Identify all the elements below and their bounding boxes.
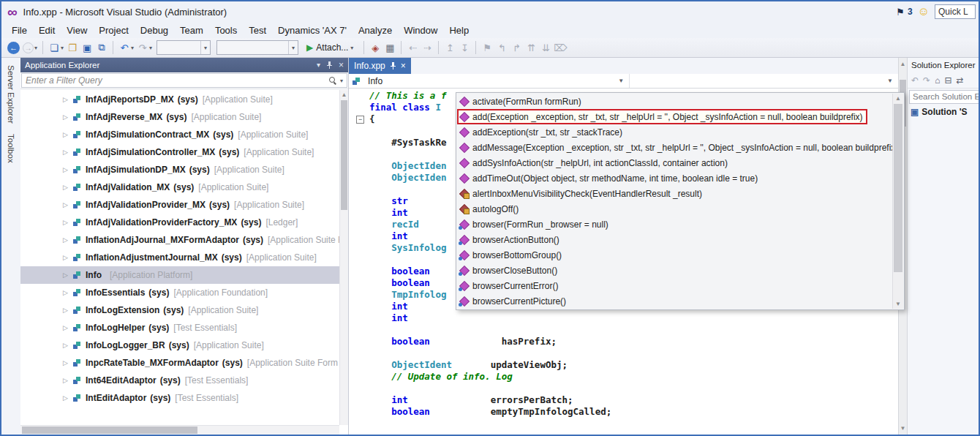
expand-arrow-icon[interactable]: ▷ <box>63 149 72 156</box>
menu-item[interactable]: Help <box>443 23 475 37</box>
attach-button[interactable]: ▶ Attach... ▾ <box>303 40 358 55</box>
expand-arrow-icon[interactable]: ▷ <box>63 184 72 191</box>
tree-item[interactable]: ▷ InfAdjSimulationController_MX (sys) [A… <box>20 143 348 161</box>
tree-item[interactable]: ▷ InfAdjSimulationContract_MX (sys) [App… <box>20 126 348 143</box>
completion-scrollbar[interactable]: ▲ ▼ <box>892 94 903 309</box>
tree-item[interactable]: ▷ InfoEssentials (sys) [Application Foun… <box>20 284 348 301</box>
expand-arrow-icon[interactable]: ▷ <box>63 377 72 384</box>
solution-search-input[interactable] <box>909 90 979 104</box>
scroll-up-icon[interactable]: ▲ <box>893 94 903 103</box>
chevron-down-icon[interactable]: ▾ <box>340 78 343 84</box>
expand-arrow-icon[interactable]: ▷ <box>63 96 72 103</box>
menu-item[interactable]: Project <box>93 23 134 37</box>
window-position-icon[interactable]: ▾ <box>317 61 320 69</box>
menu-item[interactable]: File <box>6 23 33 37</box>
member-dropdown[interactable]: ▼ <box>630 74 898 88</box>
completion-item[interactable]: browserBottomGroup() <box>457 247 892 263</box>
tree-item[interactable]: ▷ InflationAdjJournal_MXFormAdaptor (sys… <box>20 231 348 249</box>
tree-item[interactable]: ▷ InfoLogLogger_BR (sys) [Application Su… <box>20 337 348 354</box>
pin-icon[interactable] <box>326 61 333 69</box>
tree-item[interactable]: ▷ InfAdjValidationProviderFactory_MX (sy… <box>20 214 348 231</box>
menu-item[interactable]: Edit <box>33 23 61 37</box>
scroll-down-icon[interactable]: ▼ <box>893 299 903 309</box>
expand-arrow-icon[interactable]: ▷ <box>63 359 72 367</box>
grid-icon[interactable]: ▦ <box>382 40 397 55</box>
expand-arrow-icon[interactable]: ▷ <box>63 131 72 138</box>
expand-arrow-icon[interactable]: ▷ <box>63 289 72 296</box>
close-icon[interactable]: × <box>401 61 406 70</box>
pin-icon[interactable] <box>390 62 396 69</box>
prev-bookmark-icon[interactable]: ↰ <box>494 40 509 55</box>
scroll-down-icon[interactable]: ▼ <box>899 424 907 433</box>
solution-root-item[interactable]: ▣ Solution 'S <box>908 105 979 119</box>
menu-item[interactable]: Tools <box>209 23 243 37</box>
dropdown-caret-icon[interactable]: ▾ <box>61 45 64 51</box>
completion-item[interactable]: addException(str _txt, str _stackTrace) <box>457 124 892 140</box>
process-icon[interactable]: ◈ <box>368 40 382 55</box>
tree-item[interactable]: ▷ IntEditAdaptor (sys) [Test Essentials] <box>20 389 348 407</box>
tree-item[interactable]: ▷ InfoLogHelper (sys) [Test Essentials] <box>20 319 348 337</box>
collapse-region-icon[interactable]: − <box>356 116 364 124</box>
tree-item[interactable]: ▷ InfAdjReverse_MX (sys) [Application Su… <box>20 108 348 126</box>
scrollbar-thumb[interactable] <box>894 104 902 272</box>
expand-arrow-icon[interactable]: ▷ <box>63 166 72 173</box>
completion-item[interactable]: addTimeOut(Object object, str methodName… <box>457 170 892 186</box>
sync-icon[interactable]: ⇄ <box>956 75 963 86</box>
type-dropdown[interactable]: Info ▼ <box>349 74 630 88</box>
solution-platforms-dropdown[interactable]: ▾ <box>216 40 298 55</box>
feedback-smiley-icon[interactable]: ☺ <box>918 6 930 18</box>
tree-item[interactable]: ▷ InfAdjReportsDP_MX (sys) [Application … <box>20 91 348 108</box>
tree-item[interactable]: ▷ Int64EditAdaptor (sys) [Test Essential… <box>20 372 348 389</box>
navigate-forward-icon[interactable]: → <box>23 42 34 53</box>
completion-item[interactable]: browserActionButton() <box>457 232 892 247</box>
expand-arrow-icon[interactable]: ▷ <box>63 394 72 402</box>
completion-item[interactable]: browserCurrentPicture() <box>457 293 892 309</box>
tree-item[interactable]: ▷ InpcRateTable_MXFormAdaptor (sys) [App… <box>20 354 348 372</box>
navigate-forward-icon[interactable]: ↷ <box>923 75 930 86</box>
chevron-down-icon[interactable]: ▼ <box>887 78 895 84</box>
open-file-icon[interactable]: ❐ <box>65 40 80 55</box>
tab-info-xpp[interactable]: Info.xpp × <box>349 58 411 74</box>
completion-item[interactable]: addSysInfoAction(str _helpUrl, int actio… <box>457 155 892 170</box>
menu-item[interactable]: Debug <box>135 23 174 37</box>
home-icon[interactable]: ⌂ <box>935 75 940 86</box>
new-file-icon[interactable]: ❏ <box>47 40 61 55</box>
shift-right-icon[interactable]: ⇢ <box>420 40 434 55</box>
toggle-bookmark-icon[interactable]: ⚑ <box>480 40 494 55</box>
completion-item[interactable]: add(Exception _exception, str _txt, str … <box>457 109 867 124</box>
completion-item[interactable]: activate(FormRun formRun) <box>457 94 892 109</box>
expand-arrow-icon[interactable]: ▷ <box>63 271 72 279</box>
completion-item[interactable]: browserCloseButton() <box>457 263 892 278</box>
quick-launch-input[interactable] <box>935 4 976 19</box>
scrollbar-thumb[interactable] <box>22 426 197 434</box>
menu-item[interactable]: Analyze <box>353 23 398 37</box>
save-all-icon[interactable]: ⧉ <box>94 40 109 55</box>
collapse-all-icon[interactable]: ⊟ <box>944 75 951 86</box>
notifications-flag-icon[interactable]: ⚑ <box>896 7 905 18</box>
application-tree[interactable]: ▷ InfAdjReportsDP_MX (sys) [Application … <box>20 89 348 435</box>
navigate-back-icon[interactable]: ← <box>7 42 20 54</box>
completion-item[interactable]: browser(FormRun _browser = null) <box>457 217 892 232</box>
tree-item[interactable]: ▷ InfAdjValidation_MX (sys) [Application… <box>20 178 348 196</box>
completion-item[interactable]: browserCurrentError() <box>457 278 892 293</box>
tree-item[interactable]: ▷ InflationAdjustmentJournal_MX (sys) [A… <box>20 249 348 266</box>
expand-arrow-icon[interactable]: ▷ <box>63 324 72 331</box>
save-icon[interactable]: ▣ <box>80 40 94 55</box>
scroll-up-icon[interactable]: ▲ <box>899 59 907 69</box>
chevron-down-icon[interactable]: ▼ <box>618 78 626 84</box>
side-tab-toolbox[interactable]: Toolbox <box>7 134 15 163</box>
menu-item[interactable]: Dynamics 'AX 7' <box>272 23 353 37</box>
navigate-back-icon[interactable]: ↶ <box>911 75 919 86</box>
expand-arrow-icon[interactable]: ▷ <box>63 254 72 261</box>
menu-item[interactable]: Team <box>174 23 209 37</box>
menu-item[interactable]: Window <box>398 23 443 37</box>
expand-arrow-icon[interactable]: ▷ <box>63 201 72 208</box>
solution-configurations-dropdown[interactable]: ▾ <box>157 40 211 55</box>
dropdown-caret-icon[interactable]: ▾ <box>131 45 134 51</box>
expand-arrow-icon[interactable]: ▷ <box>63 236 72 244</box>
dropdown-caret-icon[interactable]: ▾ <box>149 45 152 51</box>
clear-bookmarks-icon[interactable]: ⌦ <box>553 40 568 55</box>
tree-horizontal-scrollbar[interactable] <box>20 425 339 435</box>
tree-vertical-scrollbar[interactable]: ▲ <box>339 90 348 425</box>
search-icon[interactable] <box>329 77 337 85</box>
